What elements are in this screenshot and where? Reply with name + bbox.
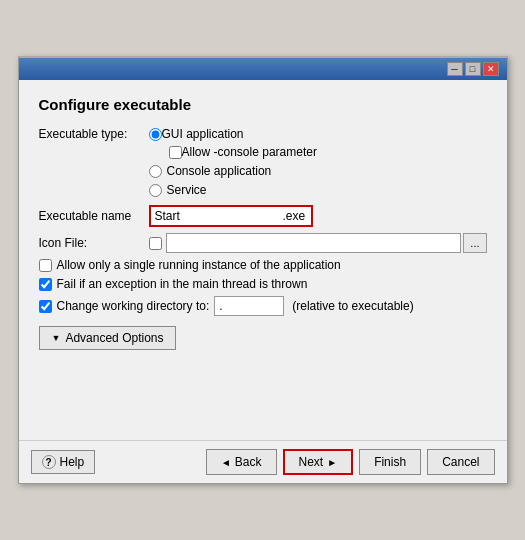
fail-exception-row: Fail if an exception in the main thread … bbox=[39, 277, 487, 291]
footer-left: ? Help bbox=[31, 450, 96, 474]
exe-suffix: .exe bbox=[281, 207, 312, 225]
back-button[interactable]: ◄ Back bbox=[206, 449, 277, 475]
exe-name-label: Executable name bbox=[39, 209, 149, 223]
service-label: Service bbox=[167, 183, 207, 197]
working-dir-checkbox[interactable] bbox=[39, 300, 52, 313]
finish-button[interactable]: Finish bbox=[359, 449, 421, 475]
main-window: ─ □ ✕ Configure executable Executable ty… bbox=[18, 56, 508, 484]
icon-file-checkbox[interactable] bbox=[149, 237, 162, 250]
dropdown-icon: ▼ bbox=[52, 333, 61, 343]
help-button[interactable]: ? Help bbox=[31, 450, 96, 474]
executable-type-row: Executable type: GUI application bbox=[39, 127, 487, 141]
exe-name-input-wrapper: .exe bbox=[149, 205, 314, 227]
cancel-button[interactable]: Cancel bbox=[427, 449, 494, 475]
icon-file-row: Icon File: ... bbox=[39, 233, 487, 253]
back-label: Back bbox=[235, 455, 262, 469]
next-arrow-icon: ► bbox=[327, 457, 337, 468]
executable-type-label: Executable type: bbox=[39, 127, 149, 141]
footer: ? Help ◄ Back Next ► Finish Cancel bbox=[19, 440, 507, 483]
maximize-button[interactable]: □ bbox=[465, 62, 481, 76]
single-instance-label: Allow only a single running instance of … bbox=[57, 258, 341, 272]
single-instance-checkbox[interactable] bbox=[39, 259, 52, 272]
gui-app-label: GUI application bbox=[162, 127, 244, 141]
allow-console-row: Allow -console parameter bbox=[169, 145, 487, 159]
cancel-label: Cancel bbox=[442, 455, 479, 469]
gui-app-radio[interactable] bbox=[149, 128, 162, 141]
help-label: Help bbox=[60, 455, 85, 469]
service-radio[interactable] bbox=[149, 184, 162, 197]
console-app-label: Console application bbox=[167, 164, 272, 178]
next-button[interactable]: Next ► bbox=[283, 449, 354, 475]
window-controls: ─ □ ✕ bbox=[447, 62, 499, 76]
advanced-options-button[interactable]: ▼ Advanced Options bbox=[39, 326, 177, 350]
icon-file-input[interactable] bbox=[166, 233, 462, 253]
working-dir-hint: (relative to executable) bbox=[292, 299, 413, 313]
titlebar: ─ □ ✕ bbox=[19, 58, 507, 80]
console-app-radio[interactable] bbox=[149, 165, 162, 178]
advanced-options-area bbox=[39, 350, 487, 430]
next-label: Next bbox=[299, 455, 324, 469]
back-arrow-icon: ◄ bbox=[221, 457, 231, 468]
icon-file-label: Icon File: bbox=[39, 236, 149, 250]
icon-browse-button[interactable]: ... bbox=[463, 233, 486, 253]
exe-name-row: Executable name .exe bbox=[39, 205, 487, 227]
console-app-row: Console application bbox=[149, 164, 487, 178]
working-dir-input[interactable] bbox=[214, 296, 284, 316]
dialog-title: Configure executable bbox=[39, 96, 487, 113]
exe-name-input[interactable] bbox=[151, 207, 281, 225]
close-button[interactable]: ✕ bbox=[483, 62, 499, 76]
fail-exception-label: Fail if an exception in the main thread … bbox=[57, 277, 308, 291]
fail-exception-checkbox[interactable] bbox=[39, 278, 52, 291]
allow-console-label: Allow -console parameter bbox=[182, 145, 317, 159]
minimize-button[interactable]: ─ bbox=[447, 62, 463, 76]
finish-label: Finish bbox=[374, 455, 406, 469]
working-dir-row: Change working directory to: (relative t… bbox=[39, 296, 487, 316]
single-instance-row: Allow only a single running instance of … bbox=[39, 258, 487, 272]
service-row: Service bbox=[149, 183, 487, 197]
help-icon: ? bbox=[42, 455, 56, 469]
advanced-options-label: Advanced Options bbox=[65, 331, 163, 345]
allow-console-checkbox[interactable] bbox=[169, 146, 182, 159]
working-dir-label: Change working directory to: bbox=[57, 299, 210, 313]
dialog-content: Configure executable Executable type: GU… bbox=[19, 80, 507, 440]
footer-right: ◄ Back Next ► Finish Cancel bbox=[206, 449, 495, 475]
